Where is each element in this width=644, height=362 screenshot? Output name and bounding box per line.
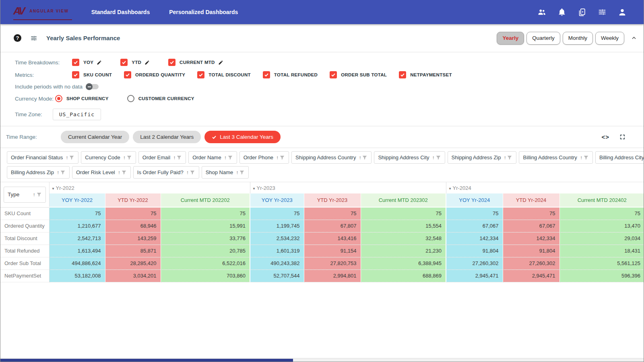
- chip-label: Shipping Address City: [378, 154, 429, 160]
- checkbox-ordered-quantity[interactable]: [124, 71, 131, 78]
- check-icon: [169, 60, 174, 65]
- copy-icon[interactable]: [577, 7, 587, 17]
- time-range-actions: <>: [601, 134, 626, 140]
- filter-chip-order-phone[interactable]: Order Phone↑: [239, 151, 289, 164]
- checkbox-label: NETPAYMENTSET: [410, 72, 452, 77]
- column-header-yoy-yr-2022[interactable]: YOY Yr-2022: [49, 193, 105, 207]
- checkbox-label: SKU COUNT: [83, 72, 112, 77]
- column-header-ytd-yr-2022[interactable]: YTD Yr-2022: [105, 193, 161, 207]
- column-header-ytd-yr-2023[interactable]: YTD Yr-2023: [304, 193, 361, 207]
- currency-mode-row: Currency Mode: SHOP CURRENCYCUSTOMER CUR…: [15, 95, 644, 102]
- filter-chip-billing-address-city[interactable]: Billing Address City↑: [595, 151, 644, 164]
- edit-icon[interactable]: [97, 60, 102, 65]
- chip-label: Order Risk Level: [76, 169, 115, 175]
- filter-chip-shipping-address-city[interactable]: Shipping Address City↑: [374, 151, 445, 164]
- radio-customer-currency[interactable]: [127, 95, 134, 102]
- filter-chip-is-order-fully-paid[interactable]: Is Order Fully Paid?↑: [133, 166, 199, 179]
- checkbox-sku-count[interactable]: [72, 71, 79, 78]
- notifications-icon[interactable]: [557, 7, 567, 17]
- filter-chip-billing-address-zip[interactable]: Billing Address Zip↑: [7, 166, 70, 179]
- filter-chip-shop-name[interactable]: Shop Name↑: [202, 166, 249, 179]
- brand-logo[interactable]: AV ANGULAR VIEW: [13, 4, 72, 20]
- time-range-pill-last-3-calendar-years[interactable]: Last 3 Calendar Years: [204, 131, 281, 143]
- period-button-quarterly[interactable]: Quarterly: [526, 32, 560, 45]
- column-header-yoy-yr-2024[interactable]: YOY Yr-2024: [446, 193, 503, 207]
- filter-chip-order-name[interactable]: Order Name↑: [188, 151, 237, 164]
- table-cell: 20,785: [161, 245, 250, 257]
- check-icon: [264, 72, 269, 77]
- include-periods-toggle[interactable]: [87, 84, 99, 89]
- group-label: Yr-2022: [56, 185, 74, 191]
- period-button-weekly[interactable]: Weekly: [595, 32, 624, 45]
- checkbox-label: TOTAL DISCOUNT: [208, 72, 251, 77]
- checkbox-total-discount[interactable]: [197, 71, 204, 78]
- time-zone-select[interactable]: US_Pacific: [53, 109, 101, 120]
- checkbox-yoy[interactable]: [72, 59, 79, 66]
- table-cell: 75: [49, 207, 105, 220]
- period-button-monthly[interactable]: Monthly: [563, 32, 593, 45]
- column-header-current-mtd-202402[interactable]: Current MTD 202402: [559, 193, 644, 207]
- sort-arrow-icon: ↑: [66, 155, 68, 160]
- column-header-row: YOY Yr-2022YTD Yr-2022Current MTD 202202…: [0, 193, 644, 207]
- checkbox-order-sub-total[interactable]: [330, 71, 337, 78]
- table-cell: 29,034: [559, 232, 644, 245]
- edit-icon[interactable]: [144, 60, 150, 65]
- chip-label: Is Order Fully Paid?: [137, 169, 184, 175]
- metrics-label: Metrics:: [15, 72, 72, 78]
- help-icon[interactable]: ?: [14, 34, 21, 42]
- column-header-current-mtd-202202[interactable]: Current MTD 202202: [161, 193, 250, 207]
- column-header-current-mtd-202302[interactable]: Current MTD 202302: [361, 193, 446, 207]
- edit-icon[interactable]: [218, 60, 223, 65]
- filter-chip-currency-code[interactable]: Currency Code↑: [81, 151, 136, 164]
- filter-chip-shipping-address-country[interactable]: Shipping Address Country↑: [291, 151, 372, 164]
- checkbox-current-mtd[interactable]: [168, 59, 175, 66]
- row-label: Total Discount: [0, 232, 49, 245]
- pill-label: Last 2 Calendar Years: [140, 134, 194, 140]
- period-button-group: YearlyQuarterlyMonthlyWeekly: [497, 32, 624, 45]
- code-icon[interactable]: <>: [601, 134, 609, 140]
- time-range-pill-current-calendar-year[interactable]: Current Calendar Year: [61, 131, 129, 143]
- filter-chip-order-financial-status[interactable]: Order Financial Status↑: [7, 151, 78, 164]
- table-cell: 75: [161, 207, 250, 220]
- checkbox-netpaymentset[interactable]: [399, 71, 406, 78]
- table-cell: 15,991: [161, 220, 250, 232]
- year-group-header-yr-2024[interactable]: ▾Yr-2024: [446, 182, 644, 193]
- chip-label: Order Email: [142, 154, 170, 160]
- filter-chip-billing-address-country[interactable]: Billing Address Country↑: [519, 151, 592, 164]
- group-collapse-icon: ▾: [253, 186, 255, 191]
- year-group-header-yr-2022[interactable]: ▾Yr-2022: [49, 182, 250, 193]
- time-range-pill-last-2-calendar-years[interactable]: Last 2 Calendar Years: [133, 131, 201, 143]
- table-cell: 75: [304, 207, 361, 220]
- radio-shop-currency[interactable]: [55, 95, 62, 102]
- checkbox-total-refunded[interactable]: [263, 71, 270, 78]
- group-collapse-icon: ▾: [52, 186, 54, 191]
- checkbox-ytd[interactable]: [120, 59, 128, 66]
- period-button-yearly[interactable]: Yearly: [497, 32, 524, 45]
- filter-chip-shipping-address-zip[interactable]: Shipping Address Zip↑: [448, 151, 517, 164]
- time-zone-row: Time Zone: US_Pacific: [15, 109, 644, 120]
- chip-label: Order Financial Status: [11, 154, 63, 160]
- tune-icon[interactable]: [597, 7, 607, 17]
- table-row-total-refunded: Total Refunded1,613,49485,87120,7851,601…: [0, 245, 644, 257]
- filter-chip-order-email[interactable]: Order Email↑: [138, 151, 186, 164]
- account-icon[interactable]: [617, 7, 627, 17]
- checkbox-label: CURRENT MTD: [180, 60, 215, 65]
- chip-label: Currency Code: [85, 154, 120, 160]
- metrics-row: Metrics: SKU COUNTORDERED QUANTITYTOTAL …: [15, 71, 644, 78]
- filter-chip-order-risk-level[interactable]: Order Risk Level↑: [72, 166, 131, 179]
- filter-funnel-icon: [436, 155, 441, 160]
- column-header-yoy-yr-2023[interactable]: YOY Yr-2023: [250, 193, 304, 207]
- collapse-panel-icon[interactable]: [630, 34, 638, 42]
- tab-standard-dashboards[interactable]: Standard Dashboards: [91, 9, 150, 15]
- type-column-header[interactable]: Type↑: [4, 187, 46, 203]
- fullscreen-icon[interactable]: [619, 134, 626, 140]
- tab-personalized-dashboards[interactable]: Personalized Dashboards: [169, 9, 238, 15]
- time-range-options: Current Calendar YearLast 2 Calendar Yea…: [61, 131, 284, 143]
- horizontal-scrollbar-thumb[interactable]: [0, 359, 293, 362]
- pivot-table: Type↑▾Yr-2022▾Yr-2023▾Yr-2024YOY Yr-2022…: [0, 182, 644, 282]
- year-group-header-yr-2023[interactable]: ▾Yr-2023: [250, 182, 446, 193]
- people-icon[interactable]: [537, 7, 547, 17]
- report-settings-icon[interactable]: [30, 35, 37, 42]
- filter-funnel-icon: [362, 155, 367, 160]
- column-header-ytd-yr-2024[interactable]: YTD Yr-2024: [503, 193, 559, 207]
